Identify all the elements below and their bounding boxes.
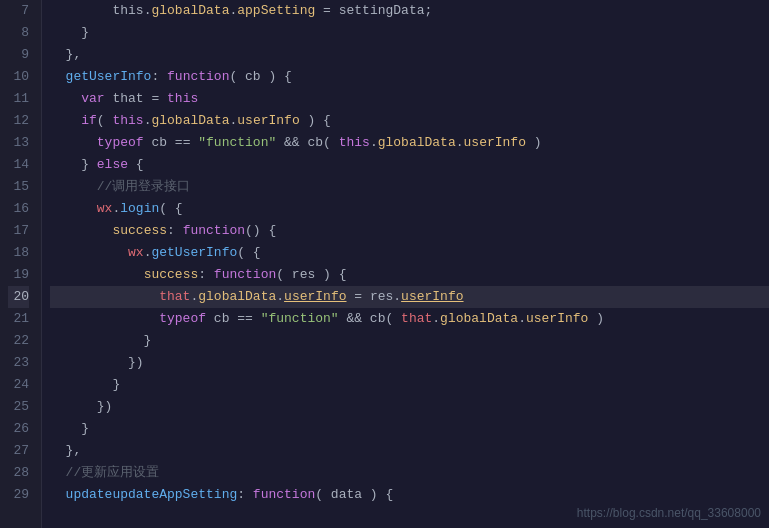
code-line-15: //调用登录接口	[50, 176, 769, 198]
line-number-26: 26	[8, 418, 29, 440]
token	[50, 91, 81, 106]
token: this	[50, 3, 144, 18]
code-line-14: } else {	[50, 154, 769, 176]
token: getUserInfo	[151, 245, 237, 260]
token: :	[167, 223, 183, 238]
token: appSetting	[237, 3, 315, 18]
token: () {	[245, 223, 276, 238]
token: globalData	[151, 113, 229, 128]
line-number-22: 22	[8, 330, 29, 352]
token: //更新应用设置	[66, 465, 160, 480]
code-line-28: //更新应用设置	[50, 462, 769, 484]
line-number-7: 7	[8, 0, 29, 22]
token: userInfo	[464, 135, 526, 150]
token: globalData	[378, 135, 456, 150]
token: this	[167, 91, 198, 106]
code-line-7: this.globalData.appSetting = settingData…	[50, 0, 769, 22]
token: updateupdateAppSetting	[50, 487, 237, 502]
token: }	[50, 333, 151, 348]
line-numbers: 7891011121314151617181920212223242526272…	[0, 0, 42, 528]
token: //调用登录接口	[97, 179, 191, 194]
code-line-16: wx.login( {	[50, 198, 769, 220]
code-line-20: that.globalData.userInfo = res.userInfo	[50, 286, 769, 308]
token: ) {	[300, 113, 331, 128]
token: this	[112, 113, 143, 128]
token: .	[276, 289, 284, 304]
token: "function"	[261, 311, 339, 326]
token: = res.	[347, 289, 402, 304]
token: )	[526, 135, 542, 150]
token: :	[198, 267, 214, 282]
token: ( res ) {	[276, 267, 346, 282]
token: that =	[105, 91, 167, 106]
token: wx	[97, 201, 113, 216]
code-line-22: }	[50, 330, 769, 352]
token: this	[339, 135, 370, 150]
token: success	[112, 223, 167, 238]
token: && cb(	[276, 135, 338, 150]
code-line-24: }	[50, 374, 769, 396]
line-number-29: 29	[8, 484, 29, 506]
code-line-25: })	[50, 396, 769, 418]
code-area[interactable]: this.globalData.appSetting = settingData…	[42, 0, 769, 528]
token	[50, 289, 159, 304]
code-line-18: wx.getUserInfo( {	[50, 242, 769, 264]
token: function	[214, 267, 276, 282]
line-number-9: 9	[8, 44, 29, 66]
token: }	[50, 157, 97, 172]
line-number-10: 10	[8, 66, 29, 88]
token: login	[120, 201, 159, 216]
code-line-9: },	[50, 44, 769, 66]
token: else	[97, 157, 128, 172]
code-line-12: if( this.globalData.userInfo ) {	[50, 110, 769, 132]
token: typeof	[159, 311, 206, 326]
token: (	[97, 113, 113, 128]
line-number-15: 15	[8, 176, 29, 198]
token: userInfo	[284, 289, 346, 304]
token: cb ==	[206, 311, 261, 326]
code-line-8: }	[50, 22, 769, 44]
code-line-21: typeof cb == "function" && cb( that.glob…	[50, 308, 769, 330]
token	[50, 245, 128, 260]
line-number-12: 12	[8, 110, 29, 132]
token: ( data ) {	[315, 487, 393, 502]
code-line-19: success: function( res ) {	[50, 264, 769, 286]
token	[50, 113, 81, 128]
token: ( {	[237, 245, 260, 260]
token: success	[144, 267, 199, 282]
line-number-13: 13	[8, 132, 29, 154]
code-line-11: var that = this	[50, 88, 769, 110]
line-number-27: 27	[8, 440, 29, 462]
token	[50, 267, 144, 282]
token: cb ==	[144, 135, 199, 150]
token: :	[151, 69, 167, 84]
token: wx	[128, 245, 144, 260]
token: =	[315, 3, 338, 18]
code-editor: 7891011121314151617181920212223242526272…	[0, 0, 769, 528]
token: )	[588, 311, 604, 326]
token: function	[253, 487, 315, 502]
token: function	[183, 223, 245, 238]
token: if	[81, 113, 97, 128]
token: that	[159, 289, 190, 304]
line-number-17: 17	[8, 220, 29, 242]
token	[50, 465, 66, 480]
token: },	[50, 443, 81, 458]
token: :	[237, 487, 253, 502]
code-line-13: typeof cb == "function" && cb( this.glob…	[50, 132, 769, 154]
token: settingData	[339, 3, 425, 18]
token	[50, 201, 97, 216]
token	[50, 179, 97, 194]
token: typeof	[97, 135, 144, 150]
token: .	[370, 135, 378, 150]
token	[50, 311, 159, 326]
token: .	[432, 311, 440, 326]
token: .	[456, 135, 464, 150]
line-number-16: 16	[8, 198, 29, 220]
token: ( cb ) {	[229, 69, 291, 84]
line-number-25: 25	[8, 396, 29, 418]
token: .	[518, 311, 526, 326]
token: function	[167, 69, 229, 84]
token: userInfo	[237, 113, 299, 128]
token: getUserInfo	[50, 69, 151, 84]
